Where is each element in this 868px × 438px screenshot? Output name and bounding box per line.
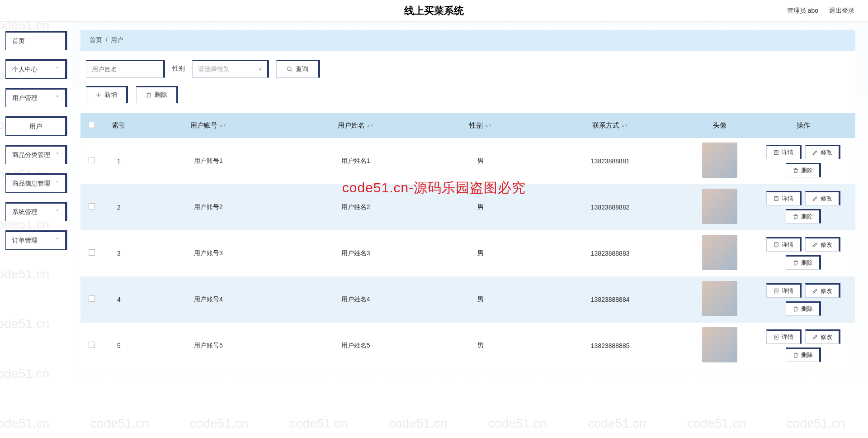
sidebar-item-label: 用户管理 [12, 94, 38, 102]
breadcrumb: 首页 / 用户 [80, 30, 855, 51]
chevron-down-icon: ˅ [56, 238, 59, 244]
sidebar-item-2[interactable]: 用户管理˅ [5, 88, 67, 107]
detail-button[interactable]: 详情 [766, 283, 802, 298]
admin-label[interactable]: 管理员 abo [787, 7, 818, 15]
row-delete-button[interactable]: 删除 [786, 301, 821, 316]
cell-account: 用户账号3 [135, 230, 282, 276]
edit-button[interactable]: 修改 [805, 329, 840, 344]
chevron-down-icon: ˅ [56, 209, 59, 215]
sidebar-item-0[interactable]: 首页 [5, 31, 67, 50]
chevron-down-icon: ˅ [56, 67, 59, 73]
cell-account: 用户账号4 [135, 276, 282, 323]
cell-index: 1 [103, 138, 135, 184]
cell-gender: 男 [429, 138, 532, 184]
cell-gender: 男 [429, 276, 532, 323]
detail-button[interactable]: 详情 [766, 329, 802, 344]
row-checkbox[interactable] [89, 342, 95, 348]
search-toolbar: 性别 请选择性别 ▾ 查询 [86, 60, 855, 78]
avatar [702, 143, 737, 178]
chevron-down-icon: ˅ [56, 95, 59, 101]
detail-button[interactable]: 详情 [766, 145, 802, 159]
select-all-checkbox[interactable] [89, 122, 95, 128]
search-button[interactable]: 查询 [276, 60, 320, 78]
chevron-down-icon: ▾ [259, 67, 262, 72]
avatar [702, 281, 737, 316]
sidebar-item-5[interactable]: 商品信息管理˅ [5, 173, 67, 193]
search-icon [287, 66, 293, 72]
detail-button[interactable]: 详情 [766, 237, 802, 252]
row-delete-button[interactable]: 删除 [786, 348, 821, 362]
cell-account: 用户账号2 [135, 184, 282, 230]
cell-index: 4 [103, 276, 135, 323]
svg-line-1 [291, 70, 292, 71]
cell-name: 用户姓名5 [282, 323, 429, 369]
avatar [702, 189, 737, 224]
cell-contact: 13823888885 [532, 323, 688, 369]
sidebar-item-label: 用户 [29, 123, 42, 131]
plus-icon [95, 92, 102, 98]
breadcrumb-home[interactable]: 首页 [90, 36, 102, 43]
gender-label: 性别 [172, 65, 185, 73]
cell-contact: 13823888884 [532, 276, 688, 323]
row-checkbox[interactable] [89, 203, 95, 209]
sidebar-item-label: 首页 [12, 37, 25, 45]
svg-point-0 [288, 67, 291, 71]
cell-contact: 13823888881 [532, 138, 688, 184]
sidebar-item-label: 商品分类管理 [12, 151, 50, 159]
sidebar-item-1[interactable]: 个人中心˅ [5, 59, 67, 79]
row-checkbox[interactable] [89, 249, 95, 256]
row-delete-button[interactable]: 删除 [786, 209, 821, 224]
cell-name: 用户姓名4 [282, 276, 429, 323]
sort-icon[interactable]: ▲▼ [219, 124, 226, 127]
sidebar-item-4[interactable]: 商品分类管理˅ [5, 145, 67, 164]
edit-button[interactable]: 修改 [805, 191, 840, 205]
table-row: 1用户账号1用户姓名1男13823888881详情修改删除 [80, 138, 855, 184]
cell-gender: 男 [429, 230, 532, 276]
sort-icon[interactable]: ▲▼ [485, 124, 492, 127]
sidebar-item-3[interactable]: 用户 [5, 116, 67, 136]
cell-name: 用户姓名1 [282, 138, 429, 184]
cell-gender: 男 [429, 184, 532, 230]
cell-index: 3 [103, 230, 135, 276]
cell-contact: 13823888882 [532, 184, 688, 230]
cell-account: 用户账号1 [135, 138, 282, 184]
sidebar-item-6[interactable]: 系统管理˅ [5, 202, 67, 221]
add-button[interactable]: 新增 [86, 86, 128, 103]
row-checkbox[interactable] [89, 295, 95, 302]
main-content: 首页 / 用户 性别 请选择性别 ▾ 查询 新增 [72, 22, 868, 382]
cell-index: 2 [103, 184, 135, 230]
table-row: 2用户账号2用户姓名2男13823888882详情修改删除 [80, 184, 855, 230]
table-row: 4用户账号4用户姓名4男13823888884详情修改删除 [80, 276, 855, 323]
cell-account: 用户账号5 [135, 323, 282, 369]
avatar [702, 327, 737, 362]
row-delete-button[interactable]: 删除 [786, 255, 821, 270]
edit-button[interactable]: 修改 [805, 145, 840, 159]
table-row: 5用户账号5用户姓名5男13823888885详情修改删除 [80, 323, 855, 369]
trash-icon [146, 92, 152, 98]
delete-button[interactable]: 删除 [136, 86, 178, 103]
cell-name: 用户姓名3 [282, 230, 429, 276]
sidebar-item-label: 个人中心 [12, 66, 38, 74]
cell-gender: 男 [429, 323, 532, 369]
avatar [702, 235, 737, 270]
search-name-input[interactable] [86, 60, 165, 78]
sort-icon[interactable]: ▲▼ [367, 124, 374, 127]
cell-contact: 13823888883 [532, 230, 688, 276]
sort-icon[interactable]: ▲▼ [621, 124, 628, 127]
sidebar-item-label: 订单管理 [12, 237, 38, 245]
app-title: 线上买菜系统 [404, 4, 464, 18]
gender-select[interactable]: 请选择性别 ▾ [192, 60, 269, 78]
table-row: 3用户账号3用户姓名3男13823888883详情修改删除 [80, 230, 855, 276]
logout-link[interactable]: 退出登录 [829, 7, 854, 15]
detail-button[interactable]: 详情 [766, 191, 802, 205]
user-table: 索引 用户账号▲▼ 用户姓名▲▼ 性别▲▼ 联系方式▲▼ 头像 操作 1用户账号… [80, 113, 855, 369]
row-delete-button[interactable]: 删除 [786, 163, 821, 177]
sidebar-item-label: 系统管理 [12, 208, 38, 216]
edit-button[interactable]: 修改 [805, 283, 840, 298]
cell-index: 5 [103, 323, 135, 369]
row-checkbox[interactable] [89, 157, 95, 163]
edit-button[interactable]: 修改 [805, 237, 840, 252]
action-bar: 新增 删除 [86, 86, 855, 103]
breadcrumb-current: 用户 [111, 36, 123, 43]
sidebar-item-7[interactable]: 订单管理˅ [5, 230, 67, 250]
